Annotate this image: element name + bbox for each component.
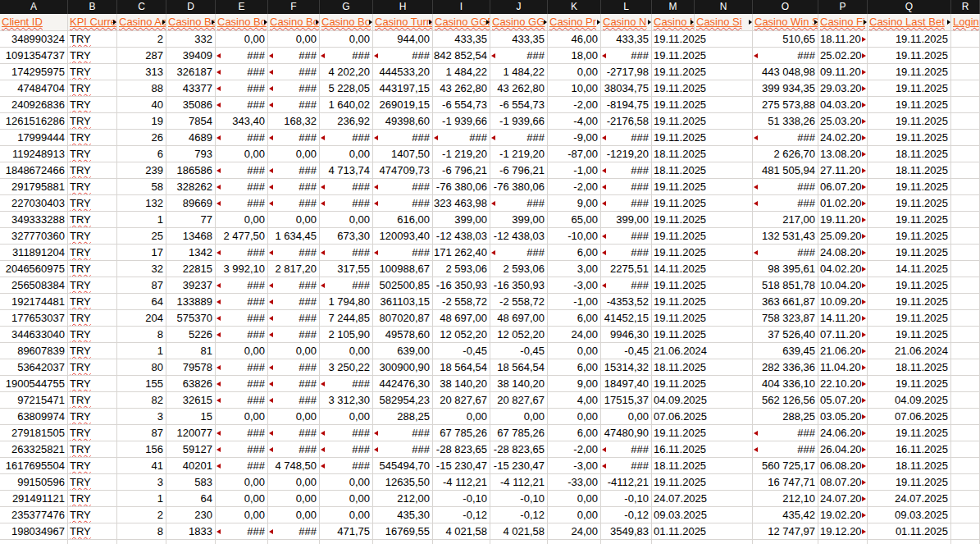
cell-M8[interactable]: 18.11.2025 bbox=[652, 146, 753, 162]
cell-A30[interactable]: 235377476 bbox=[0, 507, 68, 523]
cell-E19[interactable]: ### bbox=[216, 327, 268, 342]
cell-H16[interactable]: 502500,85 bbox=[373, 277, 433, 293]
cell-H29[interactable]: 212,00 bbox=[373, 491, 433, 506]
cell-M22[interactable]: 19.11.2025 bbox=[652, 376, 753, 391]
cell-Q30[interactable]: 09.03.2025 bbox=[868, 507, 951, 523]
cell-P18[interactable]: 14.11.20 bbox=[818, 310, 868, 326]
cell-C28[interactable]: 3 bbox=[117, 474, 166, 490]
cell-B26[interactable]: TRY bbox=[68, 441, 117, 457]
cell-G23[interactable]: 3 312,30 bbox=[320, 392, 373, 408]
cell-A29[interactable]: 291491121 bbox=[0, 491, 68, 506]
cell-O12[interactable]: 217,00 bbox=[753, 212, 818, 227]
cell-P26[interactable]: 26.04.20 bbox=[818, 441, 868, 457]
cell-J9[interactable]: -6 796,21 bbox=[490, 162, 548, 178]
cell-K6[interactable]: -4,00 bbox=[548, 113, 601, 129]
cell-J31[interactable]: 4 021,58 bbox=[490, 523, 548, 539]
cell-P27[interactable]: 06.08.20 bbox=[818, 458, 868, 473]
cell-G16[interactable]: ### bbox=[320, 277, 373, 293]
cell-Q2[interactable]: 19.11.2025 bbox=[868, 48, 951, 63]
cell-B6[interactable]: TRY bbox=[68, 113, 117, 129]
column-button-G[interactable]: G bbox=[320, 0, 373, 14]
cell-Q15[interactable]: 14.11.2025 bbox=[868, 261, 951, 277]
cell-R7[interactable] bbox=[951, 130, 980, 145]
cell-R9[interactable] bbox=[951, 162, 980, 178]
cell-L25[interactable]: 47480,90 bbox=[601, 425, 652, 441]
cell-M6[interactable]: 19.11.2025 bbox=[652, 113, 753, 129]
cell-M9[interactable]: 18.11.2025 bbox=[652, 162, 753, 178]
cell-P15[interactable]: 04.02.20 bbox=[818, 261, 868, 277]
cell-B15[interactable]: TRY bbox=[68, 261, 117, 277]
cell-L6[interactable]: -2176,58 bbox=[601, 113, 652, 129]
cell-P31[interactable]: 19.12.20 bbox=[818, 523, 868, 539]
cell-I24[interactable]: 0,00 bbox=[433, 409, 490, 424]
cell-C17[interactable]: 64 bbox=[117, 294, 166, 309]
cell-I4[interactable]: 43 262,80 bbox=[433, 80, 490, 96]
cell-F25[interactable]: ### bbox=[268, 425, 320, 441]
cell-J1[interactable]: 433,35 bbox=[490, 31, 548, 47]
cell-D18[interactable]: 575370 bbox=[166, 310, 216, 326]
cell-F14[interactable]: ### bbox=[268, 245, 320, 260]
cell-C22[interactable]: 155 bbox=[117, 376, 166, 391]
cell-P29[interactable]: 24.07.20 bbox=[818, 491, 868, 506]
cell-L26[interactable]: ### bbox=[601, 441, 652, 457]
cell-A12[interactable]: 349333288 bbox=[0, 212, 68, 227]
cell-K23[interactable]: 4,00 bbox=[548, 392, 601, 408]
cell-F11[interactable]: ### bbox=[268, 195, 320, 211]
cell-Q31[interactable]: 01.11.2025 bbox=[868, 523, 951, 539]
cell-L11[interactable]: ### bbox=[601, 195, 652, 211]
cell-L30[interactable]: -0,12 bbox=[601, 507, 652, 523]
cell-J26[interactable]: -28 823,65 bbox=[490, 441, 548, 457]
cell-C31[interactable]: 8 bbox=[117, 523, 166, 539]
cell-M27[interactable]: 18.11.2025 bbox=[652, 458, 753, 473]
cell-H4[interactable]: 443197,15 bbox=[373, 80, 433, 96]
cell-G11[interactable]: ### bbox=[320, 195, 373, 211]
cell-P17[interactable]: 10.09.20 bbox=[818, 294, 868, 309]
cell-A19[interactable]: 344633040 bbox=[0, 327, 68, 342]
cell-R31[interactable] bbox=[951, 523, 980, 539]
cell-B16[interactable]: TRY bbox=[68, 277, 117, 293]
cell-H19[interactable]: 49578,60 bbox=[373, 327, 433, 342]
cell-E12[interactable]: 0,00 bbox=[216, 212, 268, 227]
cell-Q29[interactable]: 24.07.2025 bbox=[868, 491, 951, 506]
cell-J25[interactable]: 67 785,26 bbox=[490, 425, 548, 441]
cell-M29[interactable]: 24.07.2025 bbox=[652, 491, 753, 506]
cell-K32[interactable] bbox=[548, 540, 601, 544]
cell-R4[interactable] bbox=[951, 80, 980, 96]
cell-K15[interactable]: 3,00 bbox=[548, 261, 601, 277]
cell-O7[interactable]: ### bbox=[753, 130, 818, 145]
cell-A3[interactable]: 174295975 bbox=[0, 64, 68, 80]
cell-C1[interactable]: 2 bbox=[117, 31, 166, 47]
column-button-I[interactable]: I bbox=[433, 0, 490, 14]
cell-R11[interactable] bbox=[951, 195, 980, 211]
cell-Q17[interactable]: 19.11.2025 bbox=[868, 294, 951, 309]
cell-C32[interactable] bbox=[117, 540, 166, 544]
cell-R3[interactable] bbox=[951, 64, 980, 80]
cell-F24[interactable]: 0,00 bbox=[268, 409, 320, 424]
header-cell-O[interactable]: Casino Win S bbox=[753, 14, 818, 30]
cell-P16[interactable]: 10.04.20 bbox=[818, 277, 868, 293]
cell-A2[interactable]: 1091354737 bbox=[0, 48, 68, 63]
cell-J11[interactable]: ### bbox=[490, 195, 548, 211]
cell-C7[interactable]: 26 bbox=[117, 130, 166, 145]
column-button-E[interactable]: E bbox=[216, 0, 268, 14]
cell-G21[interactable]: 3 250,22 bbox=[320, 359, 373, 375]
cell-F4[interactable]: ### bbox=[268, 80, 320, 96]
cell-R16[interactable] bbox=[951, 277, 980, 293]
cell-G27[interactable]: ### bbox=[320, 458, 373, 473]
cell-E32[interactable] bbox=[216, 540, 268, 544]
cell-K17[interactable]: -1,00 bbox=[548, 294, 601, 309]
cell-P4[interactable]: 29.03.20 bbox=[818, 80, 868, 96]
cell-G22[interactable]: ### bbox=[320, 376, 373, 391]
cell-A7[interactable]: 17999444 bbox=[0, 130, 68, 145]
cell-M23[interactable]: 04.09.2025 bbox=[652, 392, 753, 408]
cell-E8[interactable]: 0,00 bbox=[216, 146, 268, 162]
cell-Q20[interactable]: 21.06.2024 bbox=[868, 343, 951, 359]
cell-G7[interactable]: ### bbox=[320, 130, 373, 145]
cell-K31[interactable]: 24,00 bbox=[548, 523, 601, 539]
cell-H17[interactable]: 361103,15 bbox=[373, 294, 433, 309]
cell-D5[interactable]: 35086 bbox=[166, 97, 216, 112]
cell-G15[interactable]: 317,55 bbox=[320, 261, 373, 277]
cell-Q14[interactable]: 19.11.2025 bbox=[868, 245, 951, 260]
cell-A23[interactable]: 97215471 bbox=[0, 392, 68, 408]
cell-B12[interactable]: TRY bbox=[68, 212, 117, 227]
